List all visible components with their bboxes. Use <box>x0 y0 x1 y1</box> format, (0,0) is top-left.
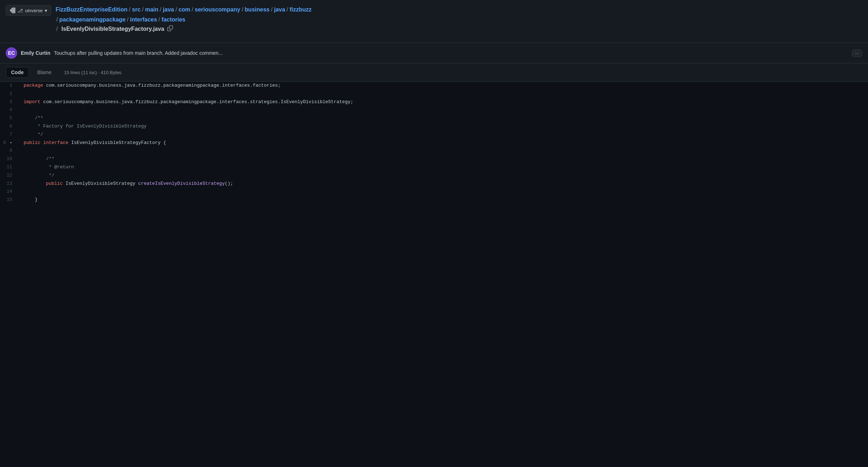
sep-6: / <box>270 5 273 14</box>
table-row: 15 } <box>0 196 868 204</box>
table-row: 6 * Factory for IsEvenlyDivisibleStrateg… <box>0 122 868 131</box>
breadcrumb-interfaces[interactable]: interfaces <box>130 15 157 24</box>
expand-icon[interactable]: ▾ <box>8 141 12 145</box>
line-code <box>18 106 868 114</box>
line-number[interactable]: 15 <box>0 196 18 204</box>
line-number[interactable]: 13 <box>0 180 18 188</box>
table-row: 3import com.seriouscompany.business.java… <box>0 98 868 106</box>
table-row: 10 /** <box>0 155 868 163</box>
line-code: package com.seriouscompany.business.java… <box>18 82 868 90</box>
breadcrumb-src[interactable]: src <box>132 5 141 14</box>
breadcrumb-java2[interactable]: java <box>274 5 285 14</box>
table-row: 4 <box>0 106 868 114</box>
breadcrumb-line1: FizzBuzzEnterpriseEdition / src / main /… <box>56 5 862 14</box>
sep-0: / <box>128 5 131 14</box>
sep-4: / <box>191 5 194 14</box>
table-row: 7 */ <box>0 131 868 139</box>
table-row: 14 <box>0 188 868 196</box>
sep-2: / <box>159 5 162 14</box>
table-row: 5 /** <box>0 114 868 122</box>
sidebar-label: uinverse <box>25 8 43 13</box>
breadcrumb-pkg[interactable]: packagenamingpackage <box>59 15 126 24</box>
breadcrumb-repo[interactable]: FizzBuzzEnterpriseEdition <box>56 5 127 14</box>
line-code: /** <box>18 155 868 163</box>
sep-lead: / <box>56 15 58 24</box>
table-row: 2 <box>0 90 868 98</box>
sep-file: / <box>56 26 58 32</box>
sep-7: / <box>286 5 289 14</box>
line-number[interactable]: 14 <box>0 188 18 196</box>
line-code <box>18 188 868 196</box>
line-code: */ <box>18 131 868 139</box>
chevron-down-icon: ▾ <box>45 8 47 13</box>
sidebar-icon <box>10 8 15 13</box>
sep-8: / <box>126 15 129 24</box>
line-code: /** <box>18 114 868 122</box>
breadcrumb-business[interactable]: business <box>245 5 269 14</box>
table-row: 13 public IsEvenlyDivisibleStrategy crea… <box>0 180 868 188</box>
line-number[interactable]: 1 <box>0 82 18 90</box>
line-code: */ <box>18 172 868 180</box>
line-number[interactable]: 8 ▾ <box>0 139 18 147</box>
breadcrumb-file: / IsEvenlyDivisibleStrategyFactory.java <box>56 25 862 32</box>
breadcrumb-factories[interactable]: factories <box>161 15 185 24</box>
sep-3: / <box>175 5 178 14</box>
line-number[interactable]: 3 <box>0 98 18 106</box>
line-code: * Factory for IsEvenlyDivisibleStrategy <box>18 122 868 131</box>
code-toolbar: Code Blame 15 lines (11 loc) · 410 Bytes <box>0 63 868 82</box>
line-code <box>18 90 868 98</box>
sep-9: / <box>158 15 161 24</box>
line-code: public interface IsEvenlyDivisibleStrate… <box>18 139 868 147</box>
breadcrumb: FizzBuzzEnterpriseEdition / src / main /… <box>56 4 862 32</box>
file-meta: 15 lines (11 loc) · 410 Bytes <box>64 70 121 75</box>
commit-author[interactable]: Emily Curtin <box>21 50 50 56</box>
line-code: public IsEvenlyDivisibleStrategy createI… <box>18 180 868 188</box>
line-code: * @return <box>18 163 868 172</box>
code-table: 1package com.seriouscompany.business.jav… <box>0 82 868 204</box>
avatar: EC <box>6 47 17 59</box>
line-code <box>18 147 868 155</box>
code-container: 1package com.seriouscompany.business.jav… <box>0 82 868 204</box>
line-number[interactable]: 2 <box>0 90 18 98</box>
top-bar: ⎇ uinverse ▾ FizzBuzzEnterpriseEdition /… <box>0 0 868 43</box>
breadcrumb-seriouscompany[interactable]: seriouscompany <box>195 5 240 14</box>
branch-icon: ⎇ <box>18 8 23 13</box>
breadcrumb-fizzbuzz[interactable]: fizzbuzz <box>290 5 312 14</box>
table-row: 1package com.seriouscompany.business.jav… <box>0 82 868 90</box>
copy-icon[interactable] <box>167 25 173 32</box>
table-row: 9 <box>0 147 868 155</box>
line-number[interactable]: 11 <box>0 163 18 172</box>
line-number[interactable]: 5 <box>0 114 18 122</box>
sep-1: / <box>141 5 144 14</box>
table-row: 12 */ <box>0 172 868 180</box>
commit-more-button[interactable]: ··· <box>852 49 862 57</box>
line-code: import com.seriouscompany.business.java.… <box>18 98 868 106</box>
breadcrumb-main[interactable]: main <box>145 5 158 14</box>
line-number[interactable]: 10 <box>0 155 18 163</box>
line-number[interactable]: 9 <box>0 147 18 155</box>
breadcrumb-filename: IsEvenlyDivisibleStrategyFactory.java <box>62 26 164 32</box>
breadcrumb-com[interactable]: com <box>178 5 190 14</box>
table-row: 8 ▾public interface IsEvenlyDivisibleStr… <box>0 139 868 147</box>
commit-message: Touchups after pulling updates from main… <box>54 50 848 56</box>
table-row: 11 * @return <box>0 163 868 172</box>
line-number[interactable]: 6 <box>0 122 18 131</box>
commit-bar: EC Emily Curtin Touchups after pulling u… <box>0 43 868 63</box>
tab-blame[interactable]: Blame <box>32 67 57 78</box>
line-number[interactable]: 4 <box>0 106 18 114</box>
breadcrumb-line2: / packagenamingpackage / interfaces / fa… <box>56 15 862 24</box>
tab-code[interactable]: Code <box>6 67 29 78</box>
breadcrumb-java[interactable]: java <box>163 5 174 14</box>
line-code: } <box>18 196 868 204</box>
sep-5: / <box>241 5 244 14</box>
sidebar-toggle-button[interactable]: ⎇ uinverse ▾ <box>6 5 51 16</box>
line-number[interactable]: 7 <box>0 131 18 139</box>
line-number[interactable]: 12 <box>0 172 18 180</box>
